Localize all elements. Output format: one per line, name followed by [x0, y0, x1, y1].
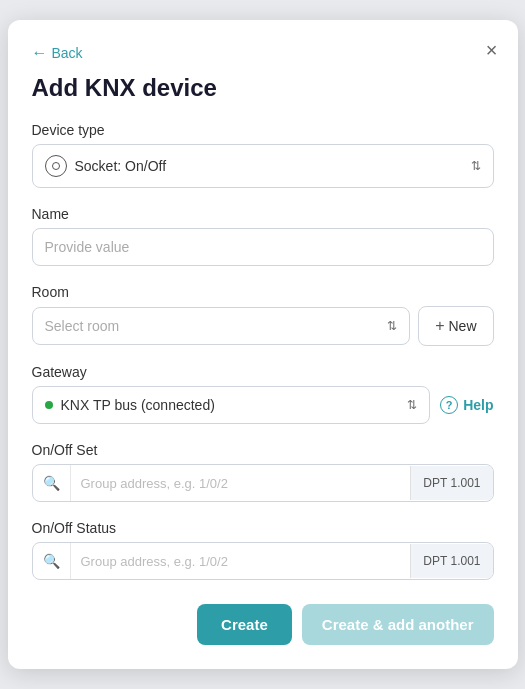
name-label: Name — [32, 206, 494, 222]
connected-status-dot — [45, 401, 53, 409]
back-button[interactable]: ← Back — [32, 44, 83, 62]
close-button[interactable]: × — [482, 36, 502, 64]
room-row: Select room ⇅ + New — [32, 306, 494, 346]
on-off-set-label: On/Off Set — [32, 442, 494, 458]
name-field: Name — [32, 206, 494, 266]
device-icon — [45, 155, 67, 177]
device-type-select[interactable]: Socket: On/Off ⇅ — [32, 144, 494, 188]
on-off-set-field: On/Off Set 🔍 DPT 1.001 — [32, 442, 494, 502]
help-label: Help — [463, 397, 493, 413]
help-circle-icon: ? — [440, 396, 458, 414]
on-off-set-input-row: 🔍 DPT 1.001 — [32, 464, 494, 502]
on-off-status-field: On/Off Status 🔍 DPT 1.001 — [32, 520, 494, 580]
room-chevron-icon: ⇅ — [387, 319, 397, 333]
gateway-label: Gateway — [32, 364, 494, 380]
room-field: Room Select room ⇅ + New — [32, 284, 494, 346]
new-room-label: New — [448, 318, 476, 334]
room-label: Room — [32, 284, 494, 300]
gateway-select-wrapper: KNX TP bus (connected) ⇅ — [32, 386, 431, 424]
device-type-value: Socket: On/Off — [75, 158, 457, 174]
device-type-label: Device type — [32, 122, 494, 138]
room-placeholder: Select room — [45, 318, 374, 334]
gateway-value: KNX TP bus (connected) — [61, 397, 394, 413]
room-select-wrapper: Select room ⇅ — [32, 307, 411, 345]
footer-buttons: Create Create & add another — [32, 604, 494, 645]
on-off-status-input[interactable] — [71, 544, 411, 579]
on-off-set-input[interactable] — [71, 466, 411, 501]
room-select[interactable]: Select room ⇅ — [32, 307, 411, 345]
on-off-status-search-icon: 🔍 — [33, 543, 71, 579]
create-button[interactable]: Create — [197, 604, 292, 645]
help-button[interactable]: ? Help — [440, 396, 493, 414]
back-label: Back — [52, 45, 83, 61]
on-off-set-dpt: DPT 1.001 — [410, 466, 492, 500]
new-room-button[interactable]: + New — [418, 306, 493, 346]
search-icon: 🔍 — [33, 465, 71, 501]
on-off-status-dpt: DPT 1.001 — [410, 544, 492, 578]
gateway-row: KNX TP bus (connected) ⇅ ? Help — [32, 386, 494, 424]
gateway-field: Gateway KNX TP bus (connected) ⇅ ? Help — [32, 364, 494, 424]
modal-overlay: × ← Back Add KNX device Device type Sock… — [0, 0, 525, 689]
modal-dialog: × ← Back Add KNX device Device type Sock… — [8, 20, 518, 669]
name-input[interactable] — [32, 228, 494, 266]
create-add-another-button[interactable]: Create & add another — [302, 604, 494, 645]
gateway-chevron-icon: ⇅ — [407, 398, 417, 412]
plus-icon: + — [435, 317, 444, 335]
gateway-select[interactable]: KNX TP bus (connected) ⇅ — [32, 386, 431, 424]
device-icon-inner — [52, 162, 60, 170]
on-off-status-label: On/Off Status — [32, 520, 494, 536]
back-arrow-icon: ← — [32, 44, 48, 62]
chevron-updown-icon: ⇅ — [471, 159, 481, 173]
on-off-status-input-row: 🔍 DPT 1.001 — [32, 542, 494, 580]
device-type-field: Device type Socket: On/Off ⇅ — [32, 122, 494, 188]
page-title: Add KNX device — [32, 74, 494, 102]
